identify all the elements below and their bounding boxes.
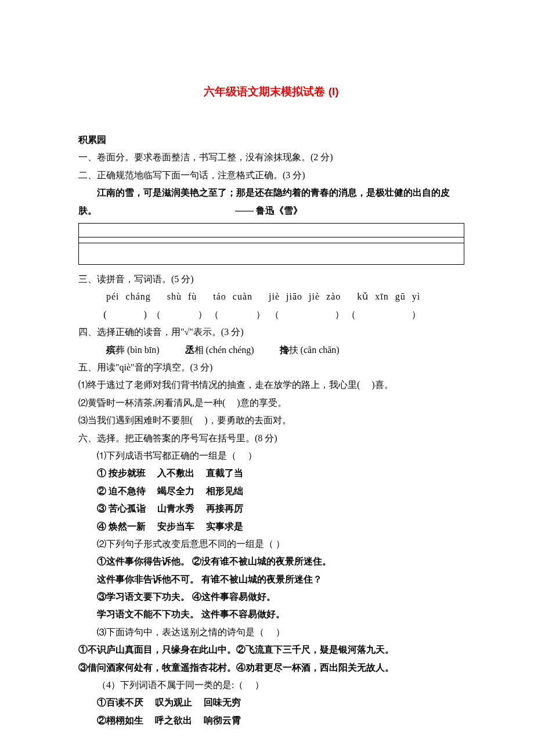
- quote-tail: 肤。: [78, 206, 97, 215]
- question-4: 四、选择正确的读音，用"√"表示。(3 分): [78, 323, 464, 341]
- q6-sub2-line2: 这件事你非告诉他不可。 有谁不被山城的夜景所迷住？: [78, 571, 464, 588]
- q5-item-1[interactable]: ⑴终于逃过了老师对我们背书情况的抽查，走在放学的路上，我心里( )喜。: [78, 376, 464, 394]
- q6-sub1-opt1: ① 按步就班 入不敷出 直截了当: [78, 465, 464, 482]
- char-cheng: 丞: [185, 345, 194, 355]
- q6-sub1[interactable]: ⑴下列成语书写都正确的一组是（ ）: [78, 447, 464, 465]
- q6-sub3[interactable]: ⑶下面诗句中，表达送别之情的诗句是（ ）: [78, 624, 464, 641]
- q6-sub1-opt4: ④ 焕然一新 安步当车 实事求是: [78, 518, 464, 535]
- quote-sentence: 江南的雪，可是滋润美艳之至了；那是还在隐约着的青春的消息，是极壮健的出自的皮: [78, 184, 464, 201]
- question-1: 一、卷面分。要求卷面整洁，书写工整，没有涂抹现象。(2 分): [78, 149, 464, 166]
- q6-sub1-opt3: ③ 苦心孤诣 山青水秀 再接再厉: [78, 500, 464, 517]
- char-chan: 搀: [280, 345, 289, 355]
- q6-sub3-line2: ③借问酒家何处有，牧童遥指杏花村。④劝君更尽一杯酒，西出阳关无故人。: [78, 659, 464, 676]
- q6-sub1-opt2: ② 迫不急待 竭尽全力 相形见绌: [78, 483, 464, 500]
- q6-sub4-opt2: ②栩栩如生 呼之欲出 响彻云霄: [78, 712, 464, 729]
- phonetic-choices[interactable]: 殡葬 (bìn bīn) 丞相 (chén chéng) 搀扶 (cān chā…: [78, 341, 464, 359]
- py-bin: (bìn bīn): [127, 345, 160, 355]
- q5-item-2[interactable]: ⑵黄昏时一杯清茶,闲看清风,是一种( )意的享受。: [78, 394, 464, 412]
- q6-sub4[interactable]: （4）下列词语不属于同一类的是:（ ）: [78, 676, 464, 694]
- q6-sub2-line1: ①这件事你得告诉他。 ②没有谁不被山城的夜景所迷住。: [78, 553, 464, 570]
- document-title: 六年级语文期末模拟试卷 (I): [78, 81, 464, 102]
- q6-sub4-opt1: ①百读不厌 叹为观止 回味无穷: [78, 694, 464, 711]
- question-6: 六、选择。把正确答案的序号写在括号里。(8 分): [78, 430, 464, 447]
- word-chan: 扶: [289, 345, 298, 355]
- q6-sub2[interactable]: ⑵下列句子形式改变后意思不同的一组是（ ）: [78, 535, 464, 553]
- py-chan: (cān chān): [301, 345, 340, 355]
- char-bin: 殡: [106, 345, 116, 355]
- quote-attribution: —— 鲁迅《雪》: [235, 206, 302, 215]
- pinyin-row: péi cháng shù fù táo cuàn jiè jiāo jiè z…: [78, 288, 464, 305]
- word-cheng: 相: [194, 345, 204, 355]
- handwriting-box[interactable]: [78, 223, 464, 265]
- q6-sub3-line1: ①不识庐山真面目，只缘身在此山中。②飞流直下三千尺，疑是银河落九天。: [78, 641, 464, 658]
- section-label: 积累园: [78, 131, 464, 149]
- question-2: 二、正确规范地临写下面一句话，注意格式正确。(3 分): [78, 167, 464, 184]
- question-5: 五、用读"qiè"音的字填空。(3 分): [78, 359, 464, 376]
- pinyin-blanks[interactable]: ( ) （ ） （ ） （ ） （ ）: [78, 306, 464, 323]
- question-3: 三、读拼音，写词语。(5 分): [78, 271, 464, 288]
- word-bin: 葬: [116, 345, 125, 355]
- q6-sub2-line3: ③学习语文要下功夫。 ④这件事容易做好。: [78, 588, 464, 606]
- py-cheng: (chén chéng): [206, 345, 254, 355]
- q6-sub2-line4: 学习语文不能不下功夫。 这件事不容易做好。: [78, 606, 464, 623]
- q5-item-3[interactable]: ⑶当我们遇到困难时不要胆( )，要勇敢的去面对。: [78, 412, 464, 429]
